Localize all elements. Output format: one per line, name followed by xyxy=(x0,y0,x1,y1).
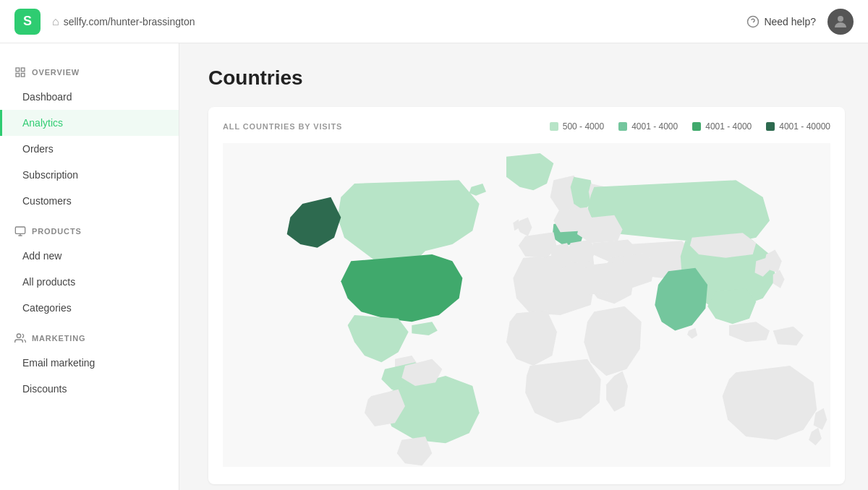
page-title: Countries xyxy=(208,66,845,90)
svg-rect-6 xyxy=(21,73,25,77)
legend: 500 - 4000 4001 - 4000 4001 - 4000 4001 … xyxy=(550,121,830,132)
sidebar-item-analytics[interactable]: Analytics xyxy=(0,110,179,136)
layout: OVERVIEW Dashboard Analytics Orders Subs… xyxy=(0,43,868,490)
sidebar-item-customers[interactable]: Customers xyxy=(0,188,179,214)
svg-rect-5 xyxy=(16,73,20,77)
svg-rect-4 xyxy=(21,68,25,72)
legend-dot-2 xyxy=(618,122,627,131)
products-icon xyxy=(14,225,26,237)
header-right: Need help? xyxy=(746,9,854,35)
legend-dot-4 xyxy=(766,122,775,131)
legend-item-4: 4001 - 40000 xyxy=(766,121,830,132)
products-section-label: PRODUCTS xyxy=(0,220,179,243)
sidebar-item-dashboard[interactable]: Dashboard xyxy=(0,84,179,110)
sidebar-item-add-new[interactable]: Add new xyxy=(0,243,179,269)
legend-item-3: 4001 - 4000 xyxy=(692,121,752,132)
store-url: ⌂ sellfy.com/hunter-brassington xyxy=(52,15,195,28)
sidebar-item-subscription[interactable]: Subscription xyxy=(0,162,179,188)
logo[interactable]: S xyxy=(14,9,41,35)
avatar[interactable] xyxy=(827,9,854,35)
main-content: Countries ALL COUNTRIES BY VISITS 500 - … xyxy=(179,43,868,490)
marketing-section-label: MARKETING xyxy=(0,327,179,350)
sidebar-item-categories[interactable]: Categories xyxy=(0,295,179,321)
overview-section-label: OVERVIEW xyxy=(0,61,179,84)
svg-point-2 xyxy=(838,16,843,22)
overview-icon xyxy=(14,66,26,78)
svg-rect-7 xyxy=(15,227,25,233)
sidebar-item-email-marketing[interactable]: Email marketing xyxy=(0,350,179,376)
sidebar: OVERVIEW Dashboard Analytics Orders Subs… xyxy=(0,43,179,490)
world-map xyxy=(223,143,830,470)
legend-dot-3 xyxy=(692,122,701,131)
home-icon: ⌂ xyxy=(52,15,59,28)
map-header: ALL COUNTRIES BY VISITS 500 - 4000 4001 … xyxy=(223,121,830,132)
sidebar-item-orders[interactable]: Orders xyxy=(0,136,179,162)
world-map-svg xyxy=(223,143,830,467)
map-section-label: ALL COUNTRIES BY VISITS xyxy=(223,122,342,131)
header-left: S ⌂ sellfy.com/hunter-brassington xyxy=(14,9,195,35)
sidebar-item-all-products[interactable]: All products xyxy=(0,269,179,295)
svg-point-8 xyxy=(17,334,20,338)
legend-item-2: 4001 - 4000 xyxy=(618,121,678,132)
marketing-icon xyxy=(14,332,26,344)
help-button[interactable]: Need help? xyxy=(746,15,816,28)
header: S ⌂ sellfy.com/hunter-brassington Need h… xyxy=(0,0,868,43)
legend-item-1: 500 - 4000 xyxy=(550,121,604,132)
svg-rect-3 xyxy=(16,68,20,72)
help-icon xyxy=(746,15,760,28)
avatar-icon xyxy=(832,13,849,30)
sidebar-item-discounts[interactable]: Discounts xyxy=(0,376,179,402)
legend-dot-1 xyxy=(550,122,558,131)
map-card: ALL COUNTRIES BY VISITS 500 - 4000 4001 … xyxy=(208,107,845,484)
